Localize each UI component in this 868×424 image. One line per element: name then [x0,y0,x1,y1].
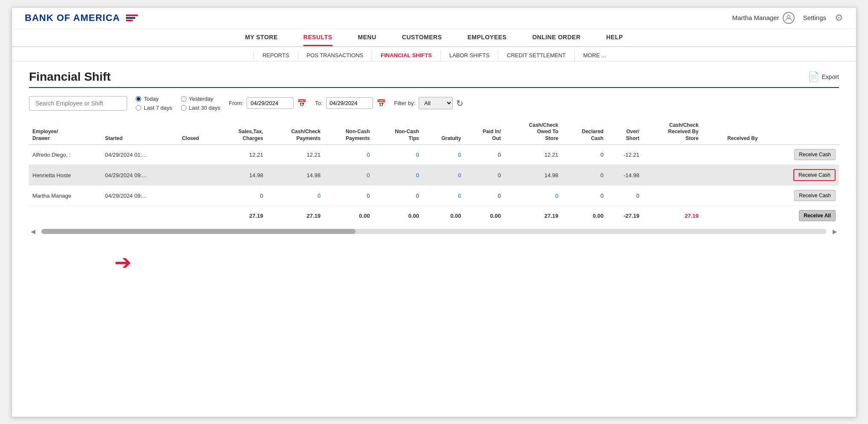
export-label: Export [822,73,839,80]
nav-customers[interactable]: CUSTOMERS [402,34,442,46]
total-non-cash-pay: 0.00 [324,206,373,226]
nav-my-store[interactable]: MY STORE [245,34,278,46]
radio-yesterday-label: Yesterday [189,96,213,102]
scroll-right-arrow[interactable]: ▶ [831,228,839,235]
col-received-by: Received By [702,120,761,145]
total-action: Receive All [761,206,839,226]
to-date-input[interactable] [326,97,373,109]
radio-today[interactable]: Today [136,96,172,102]
refresh-icon[interactable]: ↻ [456,98,463,108]
nav-online-order[interactable]: ONLINE ORDER [532,34,580,46]
total-gratuity: 0.00 [422,206,464,226]
total-paid: 0.00 [465,206,504,226]
logo-line-2 [126,17,135,19]
total-started [102,206,178,226]
logo: BANK OF AMERICA [25,12,138,23]
cell-action-3: Receive Cash [761,186,839,206]
red-arrow-icon: ➔ [114,250,131,274]
cell-received-store-3 [643,186,702,206]
table-wrap: Employee/Drawer Started Closed Sales,Tax… [29,120,839,238]
nav-employees[interactable]: EMPLOYEES [468,34,507,46]
from-calendar-icon[interactable]: 📅 [297,99,306,108]
cell-paid-3: 0 [465,186,504,206]
subnav-financial-shifts[interactable]: FINANCIAL SHIFTS [372,50,441,61]
col-received-by-store: Cash/CheckReceived ByStore [643,120,702,145]
nav-results[interactable]: RESULTS [303,34,332,46]
cell-sales-3: 0 [216,186,266,206]
total-sales: 27.19 [216,206,266,226]
scroll-left-arrow[interactable]: ◀ [29,228,37,235]
col-closed: Closed [178,120,216,145]
receive-cash-btn-3[interactable]: Receive Cash [794,190,836,201]
radio-last7-input[interactable] [136,105,141,111]
total-non-cash-tips: 0.00 [373,206,422,226]
date-radio-group2: Yesterday Last 30 days [181,96,221,111]
radio-last7-label: Last 7 days [144,105,172,111]
financial-shifts-table: Employee/Drawer Started Closed Sales,Tax… [29,120,839,226]
from-date-input[interactable] [247,97,294,109]
radio-last30[interactable]: Last 30 days [181,105,221,111]
scrollbar-track[interactable] [41,229,827,234]
date-radio-group: Today Last 7 days [136,96,172,111]
receive-all-btn[interactable]: Receive All [799,210,836,221]
radio-today-input[interactable] [136,96,141,102]
col-employee: Employee/Drawer [29,120,102,145]
nav-help[interactable]: HELP [606,34,623,46]
search-input[interactable] [29,96,127,111]
subnav-credit-settlement[interactable]: CREDIT SETTLEMENT [498,50,575,61]
total-owed: 27.19 [504,206,562,226]
settings-icon[interactable]: ⚙ [835,12,843,23]
page-divider [29,87,839,88]
cell-non-cash-tips-1: 0 [373,145,422,165]
to-calendar-icon[interactable]: 📅 [376,99,386,108]
total-over-short: -27.19 [607,206,643,226]
cell-owed-1: 12.21 [504,145,562,165]
subnav-pos-transactions[interactable]: POS TRANSACTIONS [298,50,373,61]
logo-line-1 [126,15,138,16]
scrollbar-thumb[interactable] [41,229,355,234]
logo-text: BANK OF AMERICA [25,12,120,23]
cell-closed-3 [178,186,216,206]
cell-over-short-1: -12.21 [607,145,643,165]
receive-cash-btn-2[interactable]: Receive Cash [793,169,836,181]
table-row: Henrietta Hoste 04/29/2024 09:... 14.98 … [29,165,839,186]
radio-last7[interactable]: Last 7 days [136,105,172,111]
horizontal-scrollbar: ◀ ▶ [29,225,839,237]
total-closed [178,206,216,226]
logo-line-3 [126,20,133,21]
table-row: Alfredo Diego, : 04/29/2024 01:... 12.21… [29,145,839,165]
cell-employee-1: Alfredo Diego, : [29,145,102,165]
col-gratuity: Gratuity [422,120,464,145]
logo-flag [126,15,138,21]
cell-received-by-1 [702,145,761,165]
export-button[interactable]: 📄 Export [808,71,839,82]
sub-nav: REPORTS POS TRANSACTIONS FINANCIAL SHIFT… [12,47,856,61]
subnav-labor-shifts[interactable]: LABOR SHIFTS [441,50,498,61]
total-label [29,206,102,226]
nav-menu[interactable]: MENU [358,34,376,46]
radio-yesterday[interactable]: Yesterday [181,96,221,102]
cell-received-by-3 [702,186,761,206]
col-started: Started [102,120,178,145]
subnav-more[interactable]: MORE ... [575,50,615,61]
cell-sales-2: 14.98 [216,165,266,186]
svg-point-0 [787,15,790,18]
export-icon: 📄 [808,71,819,82]
radio-last30-input[interactable] [181,105,186,111]
cell-gratuity-1: 0 [422,145,464,165]
cell-gratuity-3: 0 [422,186,464,206]
radio-yesterday-input[interactable] [181,96,186,102]
cell-employee-3: Martha Manage [29,186,102,206]
col-non-cash-tips: Non-CashTips [373,120,422,145]
settings-link[interactable]: Settings [803,14,826,21]
col-declared: DeclaredCash [562,120,607,145]
user-name: Martha Manager [732,14,779,21]
cell-cash-1: 12.21 [267,145,324,165]
header-right: Martha Manager Settings ⚙ [732,12,843,24]
cell-started-1: 04/29/2024 01:... [102,145,178,165]
filter-by-select[interactable]: All [419,97,453,109]
subnav-reports[interactable]: REPORTS [253,50,298,61]
col-cash-check: Cash/CheckPayments [267,120,324,145]
receive-cash-btn-1[interactable]: Receive Cash [794,149,836,160]
cell-action-1: Receive Cash [761,145,839,165]
